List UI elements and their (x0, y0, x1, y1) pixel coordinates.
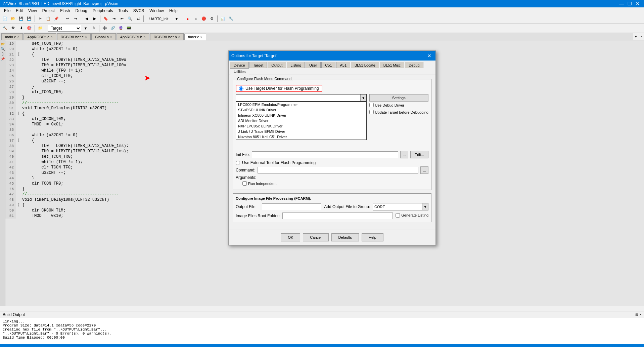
target-options-btn[interactable]: ✎ (90, 25, 97, 32)
driver-option-3[interactable]: ADI Monitor Driver (236, 118, 366, 123)
magic-btn[interactable]: 🔮 (117, 25, 125, 32)
driver-option-0[interactable]: LPC900 EPM Emulator/Programmer (236, 102, 366, 107)
tab-close-main-c[interactable]: × (17, 35, 19, 39)
driver-option-2[interactable]: Infineon XC800 ULINK Driver (236, 113, 366, 118)
update-target-check[interactable] (369, 110, 374, 114)
uart0-init-btn[interactable]: UART0_Init (145, 15, 172, 23)
use-target-driver-radio[interactable] (239, 86, 243, 91)
run-btn[interactable]: ● (184, 15, 191, 23)
outdent-btn[interactable]: ⇤ (118, 15, 126, 23)
dialog-tab-device[interactable]: Device (230, 62, 249, 68)
command-input[interactable] (258, 167, 418, 174)
menu-tools[interactable]: Tools (116, 8, 131, 14)
save-btn[interactable]: 💾 (17, 15, 25, 23)
menu-flash[interactable]: Flash (57, 8, 73, 14)
dialog-close-btn[interactable]: ✕ (426, 52, 433, 59)
target-dropdown-btn[interactable]: ▼ (82, 25, 89, 32)
run-independent-check[interactable] (242, 181, 247, 186)
build-output-dock-icon[interactable]: ⊟ (635, 313, 638, 316)
tab-global-h[interactable]: Global.h × (91, 33, 116, 40)
tab-scroll-right[interactable]: ▼ (633, 33, 639, 40)
paste-btn[interactable]: 📌 (53, 15, 60, 23)
build-btn[interactable]: 🔨 (1, 25, 9, 32)
driver-combo[interactable]: ▼ (236, 94, 367, 102)
tab-rgbctluser-c[interactable]: RGBCtlUser.c × (57, 33, 91, 40)
use-ext-radio[interactable] (236, 161, 240, 165)
dialog-tab-debug[interactable]: Debug (405, 62, 423, 68)
dialog-tab-bl51-misc[interactable]: BL51 Misc (380, 62, 404, 68)
init-file-input[interactable] (252, 151, 398, 158)
menu-peripherals[interactable]: Peripherals (90, 8, 116, 14)
dropdown-arrow-btn[interactable]: ▼ (173, 15, 180, 23)
build2-btn[interactable]: ⚒ (9, 25, 17, 32)
help-btn[interactable]: Help (362, 233, 383, 241)
new-file-btn[interactable]: 📄 (1, 15, 9, 23)
close-button[interactable]: ✕ (634, 0, 641, 7)
save-all-btn[interactable]: 💾 (26, 15, 33, 23)
options-target-btn[interactable]: 🎯 (26, 25, 33, 32)
tab-close-rgbctluser-c[interactable]: × (85, 35, 87, 39)
tab-close-apprgbctl-c[interactable]: × (51, 35, 53, 39)
nav-fwd-btn[interactable]: ▶ (91, 15, 98, 23)
use-debug-driver-check[interactable] (369, 103, 374, 107)
driver-option-4[interactable]: NXP LPC95x ULINK Driver (236, 123, 366, 129)
dialog-tab-bl51-locate[interactable]: BL51 Locate (351, 62, 379, 68)
dialog-tab-target[interactable]: Target (249, 62, 267, 68)
menu-edit[interactable]: Edit (13, 8, 26, 14)
tool2-btn[interactable]: 🔧 (227, 15, 235, 23)
redo-btn[interactable]: ↪ (72, 15, 79, 23)
manage-btn[interactable]: 📁 (37, 25, 44, 32)
nav-back-btn[interactable]: ◀ (83, 15, 90, 23)
load-btn[interactable]: ⬇ (17, 25, 25, 32)
defaults-btn[interactable]: Defaults (331, 233, 359, 241)
output-file-input[interactable] (262, 203, 321, 210)
target-select[interactable]: Target (48, 25, 81, 32)
menu-project[interactable]: Project (40, 8, 57, 14)
menu-window[interactable]: Window (147, 8, 167, 14)
find-btn[interactable]: 🔍 (126, 15, 134, 23)
settings-btn[interactable]: Settings (369, 94, 428, 102)
add-group-btn[interactable]: ➕ (101, 25, 108, 32)
generate-listing-check[interactable] (396, 213, 400, 218)
menu-file[interactable]: File (1, 8, 13, 14)
open-file-btn[interactable]: 📂 (9, 15, 17, 23)
config-btn[interactable]: ⚙ (208, 15, 216, 23)
add-output-input[interactable] (373, 203, 422, 210)
undo-btn[interactable]: ↩ (64, 15, 71, 23)
menu-help[interactable]: Help (167, 8, 180, 14)
init-browse-btn[interactable]: ... (400, 151, 408, 158)
tab-close-rgbctluser-h[interactable]: × (178, 35, 180, 39)
tab-close-apprgbctl-h[interactable]: × (144, 35, 146, 39)
tab-close-timer-c[interactable]: × (200, 35, 202, 39)
cancel-btn[interactable]: Cancel (303, 233, 328, 241)
tab-rgbctluser-h[interactable]: RGBCtlUser.h × (150, 33, 184, 40)
menu-svcs[interactable]: SVCS (131, 8, 147, 14)
driver-dropdown-arrow[interactable]: ▼ (360, 94, 366, 101)
stop-btn[interactable]: ○ (192, 15, 199, 23)
reset-btn[interactable]: 🔴 (200, 15, 208, 23)
menu-view[interactable]: View (26, 8, 40, 14)
dialog-tab-user[interactable]: User (306, 62, 321, 68)
image-root-input[interactable] (282, 213, 393, 219)
tab-main-c[interactable]: main.c × (1, 33, 23, 40)
dialog-tab-a51[interactable]: A51 (336, 62, 350, 68)
maximize-button[interactable]: ❐ (626, 0, 633, 7)
add-output-combo[interactable]: ▼ (373, 203, 428, 210)
driver-input[interactable] (236, 94, 360, 101)
horizontal-scrollbar[interactable] (0, 306, 644, 311)
driver-option-1[interactable]: ST-uPSD ULINK Driver (236, 107, 366, 113)
dialog-tab-utilities[interactable]: Utilities (230, 68, 249, 75)
copy-btn[interactable]: 📋 (45, 15, 52, 23)
tab-apprgbctl-c[interactable]: AppRGBCtl.c × (24, 33, 56, 40)
menu-debug[interactable]: Debug (73, 8, 90, 14)
add-output-arrow[interactable]: ▼ (422, 203, 428, 210)
driver-option-6[interactable]: Nuvoton 8051 Keil C51 Driver (236, 134, 366, 140)
option-btn[interactable]: 📊 (219, 15, 227, 23)
replace-btn[interactable]: ⇄ (134, 15, 142, 23)
dialog-tab-c51[interactable]: C51 (321, 62, 335, 68)
evt-btn[interactable]: 📟 (125, 25, 133, 32)
driver-option-5[interactable]: J-Link / J-Trace EFM8 Driver (236, 129, 366, 134)
bookmark-btn[interactable]: 🔖 (102, 15, 109, 23)
ok-btn[interactable]: OK (281, 233, 300, 241)
indent-btn[interactable]: ⇥ (110, 15, 118, 23)
